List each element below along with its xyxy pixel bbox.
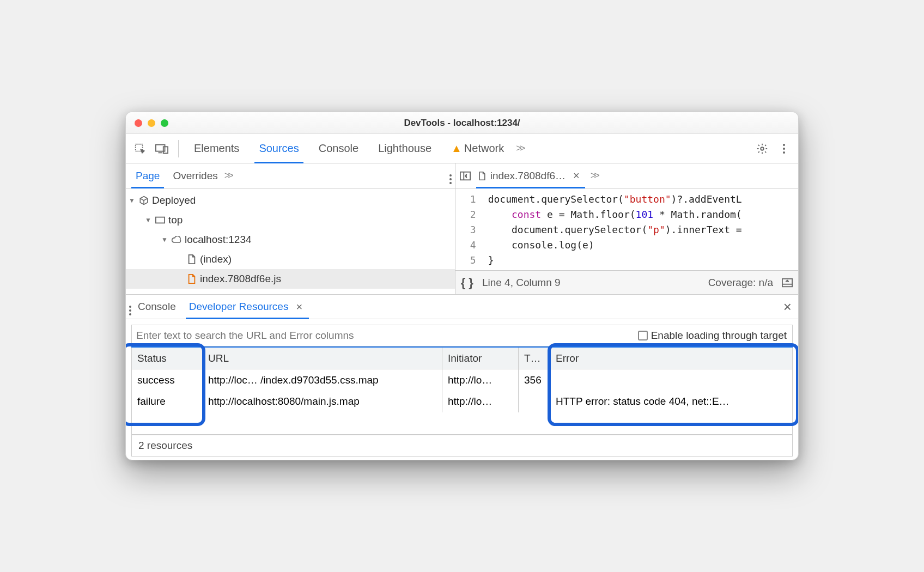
inspect-icon[interactable]	[131, 140, 149, 157]
cell-initiator: http://lo…	[442, 369, 519, 391]
col-url[interactable]: URL	[203, 347, 442, 369]
toggle-navigator-icon[interactable]	[460, 171, 471, 181]
drawer-tabs: Console Developer Resources × ×	[126, 294, 798, 319]
more-tabs-icon[interactable]: >>	[516, 143, 523, 154]
pretty-print-icon[interactable]: { }	[461, 276, 473, 290]
tree-label: index.7808df6e.js	[200, 273, 281, 285]
settings-icon[interactable]	[753, 140, 771, 157]
tree-index[interactable]: (index)	[126, 250, 455, 269]
resources-table: Status URL Initiator T… Error success ht…	[131, 346, 793, 435]
resource-count: 2 resources	[138, 440, 192, 452]
table-footer: 2 resources	[131, 435, 793, 457]
window-title: DevTools - localhost:1234/	[126, 118, 798, 129]
table-row[interactable]: success http://loc… /index.d9703d55.css.…	[132, 369, 793, 391]
col-status[interactable]: Status	[132, 347, 203, 369]
tree-label: (index)	[200, 253, 232, 265]
warning-icon: ▲	[451, 142, 462, 155]
gutter: 1 2 3 4 5	[455, 188, 483, 270]
zoom-window-button[interactable]	[161, 119, 168, 127]
file-tree: ▼ Deployed ▼ top ▼	[126, 188, 455, 294]
file-tab-label: index.7808df6…	[490, 170, 566, 182]
cell-url: http://loc… /index.d9703d55.css.map	[203, 369, 442, 391]
tree-file-js[interactable]: index.7808df6e.js	[126, 269, 455, 289]
cell-status: failure	[132, 391, 203, 412]
col-t[interactable]: T…	[519, 347, 550, 369]
close-tab-icon[interactable]: ×	[570, 169, 583, 182]
tree-top[interactable]: ▼ top	[126, 210, 455, 230]
cell-error	[550, 369, 793, 391]
cell-url: http://localhost:8080/main.js.map	[203, 391, 442, 412]
resources-table-wrap: Status URL Initiator T… Error success ht…	[131, 346, 793, 435]
document-icon	[186, 254, 198, 264]
more-subtabs-icon[interactable]: >>	[224, 170, 232, 181]
coverage-label: Coverage: n/a	[708, 277, 773, 289]
svg-point-4	[761, 147, 764, 150]
cell-t: 356	[519, 369, 550, 391]
navigator-menu-icon[interactable]	[449, 167, 452, 184]
divider	[178, 140, 179, 157]
subtab-page[interactable]: Page	[129, 163, 166, 188]
tab-network-label: Network	[464, 142, 504, 155]
tab-console[interactable]: Console	[311, 134, 366, 163]
code-content: document.querySelector("button")?.addEve…	[483, 188, 742, 270]
svg-rect-5	[156, 217, 165, 223]
main-tab-strip: Elements Sources Console Lighthouse ▲ Ne…	[126, 134, 798, 163]
sources-split: Page Overrides >> ▼ Deployed ▼	[126, 163, 798, 294]
tree-deployed[interactable]: ▼ Deployed	[126, 191, 455, 210]
svg-rect-3	[163, 147, 168, 153]
filter-bar: Enable loading through target	[131, 325, 793, 346]
editor-panel: index.7808df6… × >> 1 2 3 4 5 document.q…	[455, 163, 798, 294]
drawer-tab-console[interactable]: Console	[131, 295, 183, 319]
tab-lighthouse[interactable]: Lighthouse	[370, 134, 439, 163]
cursor-position: Line 4, Column 9	[482, 277, 561, 289]
js-file-icon	[186, 274, 198, 284]
col-initiator[interactable]: Initiator	[442, 347, 519, 369]
drawer-tab-label: Developer Resources	[189, 301, 289, 313]
subtab-overrides[interactable]: Overrides	[166, 163, 224, 188]
file-tab[interactable]: index.7808df6… ×	[473, 163, 588, 188]
kebab-menu-icon[interactable]	[775, 140, 793, 157]
devtools-window: DevTools - localhost:1234/ Elements Sour…	[125, 112, 799, 460]
close-window-button[interactable]	[135, 119, 142, 127]
cell-initiator: http://lo…	[442, 391, 519, 412]
cube-icon	[138, 196, 150, 205]
close-drawer-icon[interactable]: ×	[780, 299, 795, 315]
editor-statusbar: { } Line 4, Column 9 Coverage: n/a	[455, 270, 798, 294]
close-drawer-tab-icon[interactable]: ×	[293, 301, 306, 313]
file-tabs: index.7808df6… × >>	[455, 163, 798, 188]
tab-network[interactable]: ▲ Network	[443, 134, 512, 163]
more-file-tabs-icon[interactable]: >>	[591, 170, 598, 181]
checkbox-icon	[638, 331, 648, 340]
enable-loading-toggle[interactable]: Enable loading through target	[638, 330, 792, 342]
table-header-row: Status URL Initiator T… Error	[132, 347, 793, 369]
developer-resources-panel: Enable loading through target Status URL…	[126, 319, 798, 460]
enable-loading-label: Enable loading through target	[651, 330, 787, 342]
drawer-tab-devres[interactable]: Developer Resources ×	[183, 295, 312, 319]
cell-error: HTTP error: status code 404, net::E…	[550, 391, 793, 412]
table-empty-row	[132, 412, 793, 434]
file-icon	[478, 172, 486, 180]
show-drawer-icon[interactable]	[782, 278, 793, 288]
device-toggle-icon[interactable]	[153, 140, 171, 157]
navigator-tabs: Page Overrides >>	[126, 163, 455, 188]
table-row[interactable]: failure http://localhost:8080/main.js.ma…	[132, 391, 793, 412]
navigator-panel: Page Overrides >> ▼ Deployed ▼	[126, 163, 455, 294]
tab-sources[interactable]: Sources	[251, 134, 306, 163]
cell-status: success	[132, 369, 203, 391]
cloud-icon	[171, 236, 183, 244]
filter-input[interactable]	[132, 327, 631, 344]
tree-label: top	[168, 214, 183, 226]
code-editor[interactable]: 1 2 3 4 5 document.querySelector("button…	[455, 188, 798, 270]
tree-label: localhost:1234	[185, 234, 252, 246]
window-controls	[126, 119, 168, 127]
tree-host[interactable]: ▼ localhost:1234	[126, 230, 455, 250]
titlebar: DevTools - localhost:1234/	[126, 112, 798, 134]
tree-label: Deployed	[152, 194, 196, 206]
frame-icon	[154, 216, 166, 224]
col-error[interactable]: Error	[550, 347, 793, 369]
minimize-window-button[interactable]	[148, 119, 155, 127]
cell-t	[519, 391, 550, 412]
tab-elements[interactable]: Elements	[186, 134, 247, 163]
